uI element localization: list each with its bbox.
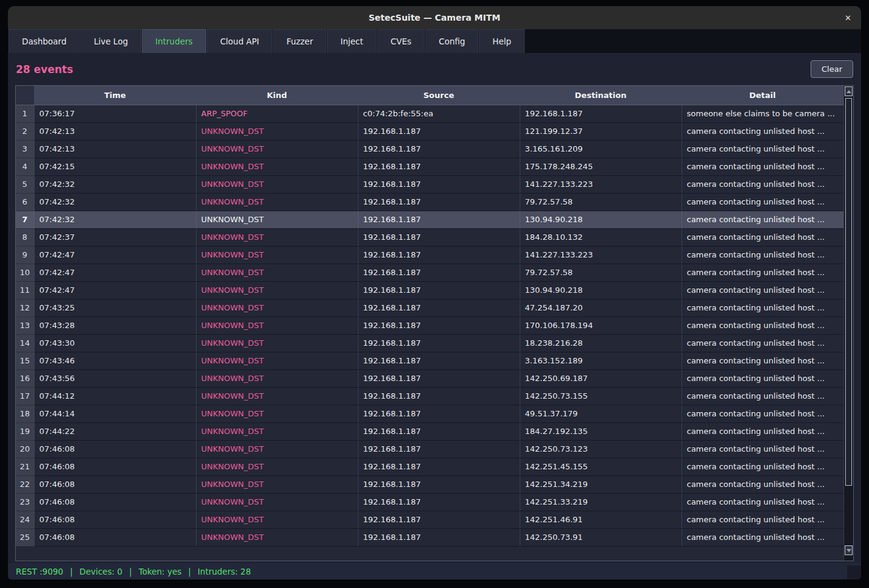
- cell-detail[interactable]: camera contacting unlisted host ...: [682, 299, 843, 317]
- cell-detail[interactable]: camera contacting unlisted host ...: [682, 140, 843, 158]
- table-row[interactable]: 2507:46:08UNKNOWN_DST192.168.1.187142.25…: [16, 528, 843, 546]
- cell-time[interactable]: 07:36:17: [34, 105, 196, 122]
- cell-source[interactable]: 192.168.1.187: [358, 281, 520, 299]
- cell-destination[interactable]: 18.238.216.28: [520, 334, 682, 352]
- tab-cves[interactable]: CVEs: [377, 29, 425, 53]
- cell-destination[interactable]: 184.27.192.135: [520, 422, 682, 440]
- table-row[interactable]: 1607:43:56UNKNOWN_DST192.168.1.187142.25…: [16, 369, 843, 387]
- cell-kind[interactable]: UNKNOWN_DST: [196, 211, 358, 228]
- resize-grip[interactable]: [847, 565, 861, 579]
- cell-destination[interactable]: 142.250.73.123: [520, 440, 682, 458]
- cell-detail[interactable]: camera contacting unlisted host ...: [682, 528, 843, 546]
- clear-button[interactable]: Clear: [811, 60, 853, 78]
- cell-source[interactable]: 192.168.1.187: [358, 475, 520, 493]
- tab-dashboard[interactable]: Dashboard: [9, 29, 80, 53]
- cell-kind[interactable]: UNKNOWN_DST: [196, 422, 358, 440]
- cell-detail[interactable]: camera contacting unlisted host ...: [682, 511, 843, 528]
- cell-destination[interactable]: 142.250.73.91: [520, 528, 682, 546]
- table-row[interactable]: 107:36:17ARP_SPOOFc0:74:2b:fe:55:ea192.1…: [16, 105, 843, 122]
- cell-detail[interactable]: camera contacting unlisted host ...: [682, 317, 843, 334]
- cell-time[interactable]: 07:43:25: [34, 299, 196, 317]
- cell-source[interactable]: 192.168.1.187: [358, 511, 520, 528]
- scroll-down-button[interactable]: [845, 545, 853, 555]
- column-header-destination[interactable]: Destination: [520, 86, 682, 105]
- cell-time[interactable]: 07:46:08: [34, 493, 196, 511]
- cell-detail[interactable]: camera contacting unlisted host ...: [682, 175, 843, 193]
- cell-source[interactable]: 192.168.1.187: [358, 422, 520, 440]
- cell-time[interactable]: 07:42:15: [34, 158, 196, 175]
- cell-source[interactable]: c0:74:2b:fe:55:ea: [358, 105, 520, 122]
- cell-source[interactable]: 192.168.1.187: [358, 211, 520, 228]
- column-header-kind[interactable]: Kind: [196, 86, 358, 105]
- table-row[interactable]: 207:42:13UNKNOWN_DST192.168.1.187121.199…: [16, 122, 843, 140]
- cell-time[interactable]: 07:43:30: [34, 334, 196, 352]
- cell-detail[interactable]: camera contacting unlisted host ...: [682, 122, 843, 140]
- cell-source[interactable]: 192.168.1.187: [358, 299, 520, 317]
- table-row[interactable]: 407:42:15UNKNOWN_DST192.168.1.187175.178…: [16, 158, 843, 175]
- cell-detail[interactable]: camera contacting unlisted host ...: [682, 211, 843, 228]
- cell-source[interactable]: 192.168.1.187: [358, 317, 520, 334]
- cell-time[interactable]: 07:43:46: [34, 352, 196, 369]
- cell-time[interactable]: 07:44:12: [34, 387, 196, 405]
- cell-detail[interactable]: camera contacting unlisted host ...: [682, 264, 843, 281]
- table-row[interactable]: 1907:44:22UNKNOWN_DST192.168.1.187184.27…: [16, 422, 843, 440]
- cell-kind[interactable]: UNKNOWN_DST: [196, 475, 358, 493]
- cell-destination[interactable]: 142.251.33.219: [520, 493, 682, 511]
- tab-live-log[interactable]: Live Log: [80, 29, 141, 53]
- cell-kind[interactable]: UNKNOWN_DST: [196, 405, 358, 422]
- column-header-detail[interactable]: Detail: [682, 86, 843, 105]
- table-row[interactable]: 2107:46:08UNKNOWN_DST192.168.1.187142.25…: [16, 458, 843, 475]
- tab-fuzzer[interactable]: Fuzzer: [273, 29, 327, 53]
- cell-time[interactable]: 07:42:13: [34, 122, 196, 140]
- cell-source[interactable]: 192.168.1.187: [358, 334, 520, 352]
- cell-source[interactable]: 192.168.1.187: [358, 158, 520, 175]
- cell-source[interactable]: 192.168.1.187: [358, 246, 520, 264]
- cell-detail[interactable]: camera contacting unlisted host ...: [682, 158, 843, 175]
- cell-destination[interactable]: 3.165.161.209: [520, 140, 682, 158]
- cell-kind[interactable]: UNKNOWN_DST: [196, 228, 358, 246]
- cell-destination[interactable]: 142.250.73.155: [520, 387, 682, 405]
- cell-source[interactable]: 192.168.1.187: [358, 493, 520, 511]
- cell-kind[interactable]: ARP_SPOOF: [196, 105, 358, 122]
- cell-kind[interactable]: UNKNOWN_DST: [196, 264, 358, 281]
- cell-destination[interactable]: 3.163.152.189: [520, 352, 682, 369]
- table-row[interactable]: 1007:42:47UNKNOWN_DST192.168.1.18779.72.…: [16, 264, 843, 281]
- close-icon[interactable]: ✕: [845, 6, 851, 29]
- cell-kind[interactable]: UNKNOWN_DST: [196, 317, 358, 334]
- cell-destination[interactable]: 142.251.45.155: [520, 458, 682, 475]
- table-row[interactable]: 1307:43:28UNKNOWN_DST192.168.1.187170.10…: [16, 317, 843, 334]
- cell-detail[interactable]: camera contacting unlisted host ...: [682, 352, 843, 369]
- cell-time[interactable]: 07:42:47: [34, 264, 196, 281]
- cell-detail[interactable]: camera contacting unlisted host ...: [682, 369, 843, 387]
- cell-detail[interactable]: camera contacting unlisted host ...: [682, 475, 843, 493]
- cell-detail[interactable]: camera contacting unlisted host ...: [682, 405, 843, 422]
- table-row[interactable]: 907:42:47UNKNOWN_DST192.168.1.187141.227…: [16, 246, 843, 264]
- cell-kind[interactable]: UNKNOWN_DST: [196, 246, 358, 264]
- cell-time[interactable]: 07:44:22: [34, 422, 196, 440]
- table-row[interactable]: 1107:42:47UNKNOWN_DST192.168.1.187130.94…: [16, 281, 843, 299]
- tab-intruders[interactable]: Intruders: [142, 29, 206, 53]
- table-row[interactable]: 507:42:32UNKNOWN_DST192.168.1.187141.227…: [16, 175, 843, 193]
- cell-destination[interactable]: 184.28.10.132: [520, 228, 682, 246]
- cell-time[interactable]: 07:42:32: [34, 193, 196, 211]
- cell-kind[interactable]: UNKNOWN_DST: [196, 281, 358, 299]
- cell-time[interactable]: 07:42:32: [34, 175, 196, 193]
- cell-kind[interactable]: UNKNOWN_DST: [196, 458, 358, 475]
- cell-source[interactable]: 192.168.1.187: [358, 264, 520, 281]
- table-row[interactable]: 307:42:13UNKNOWN_DST192.168.1.1873.165.1…: [16, 140, 843, 158]
- cell-kind[interactable]: UNKNOWN_DST: [196, 193, 358, 211]
- tab-config[interactable]: Config: [425, 29, 478, 53]
- cell-destination[interactable]: 130.94.90.218: [520, 211, 682, 228]
- cell-destination[interactable]: 79.72.57.58: [520, 193, 682, 211]
- cell-time[interactable]: 07:42:47: [34, 246, 196, 264]
- cell-detail[interactable]: camera contacting unlisted host ...: [682, 281, 843, 299]
- cell-source[interactable]: 192.168.1.187: [358, 528, 520, 546]
- column-header-source[interactable]: Source: [358, 86, 520, 105]
- cell-kind[interactable]: UNKNOWN_DST: [196, 352, 358, 369]
- cell-kind[interactable]: UNKNOWN_DST: [196, 122, 358, 140]
- cell-kind[interactable]: UNKNOWN_DST: [196, 158, 358, 175]
- cell-kind[interactable]: UNKNOWN_DST: [196, 387, 358, 405]
- cell-kind[interactable]: UNKNOWN_DST: [196, 140, 358, 158]
- cell-detail[interactable]: camera contacting unlisted host ...: [682, 246, 843, 264]
- cell-detail[interactable]: camera contacting unlisted host ...: [682, 458, 843, 475]
